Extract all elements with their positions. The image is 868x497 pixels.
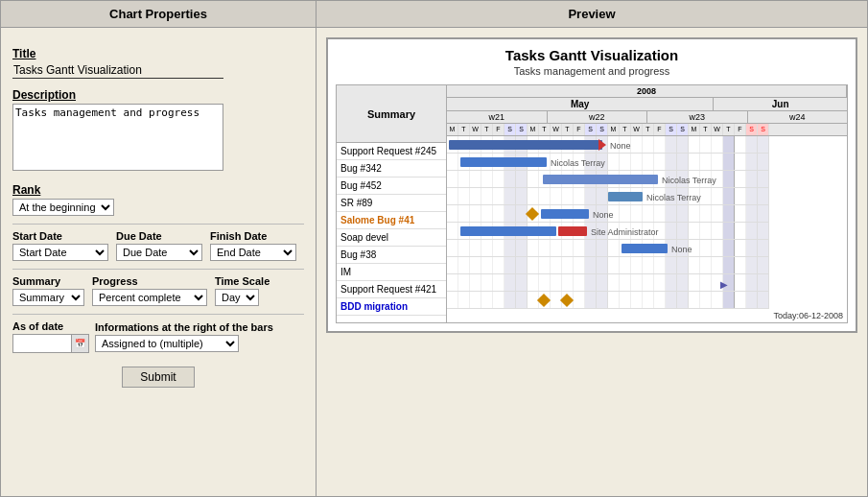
month-row: 2008 xyxy=(447,85,847,98)
task-item: SR #89 xyxy=(337,195,446,212)
day-F4: F xyxy=(735,124,746,135)
task-item: Bug #452 xyxy=(337,178,446,195)
summary-select[interactable]: Summary None xyxy=(12,289,84,306)
task-item: Support Request #421 xyxy=(337,281,446,298)
bar-end-marker-1 xyxy=(598,139,610,151)
month-names-row: May Jun xyxy=(447,98,847,111)
day-W: W xyxy=(470,124,481,135)
task-item: Salome Bug #41 xyxy=(337,212,446,229)
summary-col-header: Summary xyxy=(367,108,415,120)
bar-5 xyxy=(541,209,589,219)
day-T8: T xyxy=(723,124,735,135)
day-T7: T xyxy=(700,124,712,135)
bar-label-7: None xyxy=(671,245,692,254)
diamond-10a xyxy=(537,294,551,307)
bar-6-red xyxy=(558,226,587,236)
description-label: Description xyxy=(12,88,304,102)
description-textarea[interactable]: Tasks management and progress xyxy=(12,104,223,171)
right-panel: Preview Tasks Gantt Visualization Tasks … xyxy=(317,0,868,497)
bar-label-3: Nicolas Terray xyxy=(662,176,716,185)
day-F2: F xyxy=(574,124,585,135)
summary-label: Summary xyxy=(12,275,84,287)
title-label: Title xyxy=(12,47,304,60)
gantt-right: 2008 May Jun w21 w22 w23 w24 xyxy=(447,85,847,322)
calendar-button[interactable]: 📅 xyxy=(71,335,88,352)
bar-4 xyxy=(608,192,643,201)
day-T4: T xyxy=(562,124,574,135)
gantt-col-headers: 2008 May Jun w21 w22 w23 w24 xyxy=(447,85,847,136)
week-w24: w24 xyxy=(748,111,848,123)
due-date-select[interactable]: Due Date Today xyxy=(116,244,202,261)
day-T2: T xyxy=(481,124,493,135)
bar-label-6: Site Administrator xyxy=(591,227,659,237)
day-T5: T xyxy=(620,124,631,135)
start-date-label: Start Date xyxy=(12,230,108,242)
submit-button[interactable]: Submit xyxy=(122,367,194,388)
as-of-date-input[interactable] xyxy=(13,338,71,349)
month-may: May xyxy=(447,98,714,110)
task-item: IM xyxy=(337,264,446,281)
day-header-row: M T W T F S S M T W T F S xyxy=(447,124,847,135)
task-item: Soap devel xyxy=(337,229,446,247)
day-F: F xyxy=(493,124,504,135)
day-S5: S xyxy=(666,124,677,135)
today-label: Today:06-12-2008 xyxy=(447,309,847,322)
gantt-row-3: Nicolas Terray xyxy=(447,171,769,188)
day-T6: T xyxy=(643,124,654,135)
preview-header: Preview xyxy=(317,1,867,28)
gantt-container: Tasks Gantt Visualization Tasks manageme… xyxy=(326,37,857,333)
rank-select[interactable]: At the beginning At the end xyxy=(12,199,114,216)
bar-label-4: Nicolas Terray xyxy=(646,193,701,202)
month-jun: Jun xyxy=(714,98,847,110)
diamond-10b xyxy=(560,294,574,307)
task-list: Summary Support Request #245 Bug #342 Bu… xyxy=(337,85,447,322)
gantt-row-6: Site Administrator xyxy=(447,223,769,240)
progress-label: Progress xyxy=(92,275,207,287)
day-T: T xyxy=(458,124,470,135)
time-scale-select[interactable]: Day Week Month xyxy=(215,289,259,306)
day-S6: S xyxy=(677,124,689,135)
progress-select[interactable]: Percent complete None xyxy=(92,289,207,306)
gantt-row-9: ▶ xyxy=(447,274,769,292)
due-date-label: Due Date xyxy=(116,230,202,242)
gantt-row-1: None xyxy=(447,136,769,154)
rank-label: Rank xyxy=(12,183,304,197)
gantt-chart: Summary Support Request #245 Bug #342 Bu… xyxy=(336,84,848,323)
preview-title: Preview xyxy=(568,7,615,21)
day-M4: M xyxy=(689,124,700,135)
bar-label-5: None xyxy=(593,210,614,220)
diamond-5 xyxy=(526,207,539,221)
day-W3: W xyxy=(631,124,643,135)
bar-1 xyxy=(449,140,602,150)
chart-properties-title: Chart Properties xyxy=(109,7,207,21)
info-right-select[interactable]: Assigned to (multiple) None xyxy=(95,335,239,352)
bar-7 xyxy=(622,244,668,253)
left-panel-header: Chart Properties xyxy=(1,1,316,28)
day-W4: W xyxy=(712,124,723,135)
bar-label-1: None xyxy=(610,141,631,151)
time-scale-label: Time Scale xyxy=(215,275,270,287)
gantt-title: Tasks Gantt Visualization xyxy=(336,47,848,63)
day-S3: S xyxy=(585,124,597,135)
info-right-label: Informations at the right of the bars xyxy=(95,321,273,333)
day-W2: W xyxy=(551,124,562,135)
gantt-subtitle: Tasks management and progress xyxy=(336,65,848,77)
task-item: BDD migration xyxy=(337,298,446,316)
gantt-row-8 xyxy=(447,257,769,274)
bar-label-2: Nicolas Terray xyxy=(551,158,605,168)
week-row: w21 w22 w23 w24 xyxy=(447,111,847,124)
gantt-row-2: Nicolas Terray xyxy=(447,154,769,171)
finish-date-select[interactable]: End Date Today xyxy=(210,244,296,261)
week-w22: w22 xyxy=(548,111,648,123)
title-input[interactable] xyxy=(12,62,223,79)
gantt-row-4: Nicolas Terray xyxy=(447,188,769,205)
task-list-header: Summary xyxy=(337,85,446,143)
day-S2: S xyxy=(516,124,528,135)
gantt-row-10 xyxy=(447,292,769,309)
left-panel: Chart Properties Title Description Tasks… xyxy=(0,0,317,497)
start-date-select[interactable]: Start Date Today xyxy=(12,244,108,261)
day-T3: T xyxy=(539,124,551,135)
day-F3: F xyxy=(654,124,666,135)
finish-date-label: Finish Date xyxy=(210,230,296,242)
task-item: Bug #38 xyxy=(337,247,446,264)
